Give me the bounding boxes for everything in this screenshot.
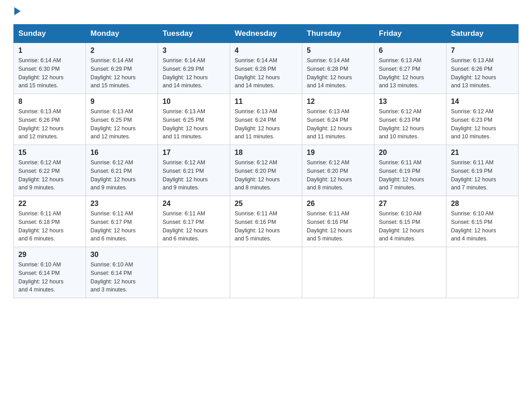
day-number: 28 — [451, 200, 514, 208]
day-info: Sunrise: 6:11 AMSunset: 6:16 PMDaylight:… — [307, 210, 369, 243]
day-info: Sunrise: 6:13 AMSunset: 6:24 PMDaylight:… — [307, 107, 369, 141]
day-info: Sunrise: 6:11 AMSunset: 6:19 PMDaylight:… — [451, 158, 514, 192]
day-info: Sunrise: 6:12 AMSunset: 6:22 PMDaylight:… — [18, 158, 81, 192]
calendar-cell: 24Sunrise: 6:11 AMSunset: 6:17 PMDayligh… — [158, 196, 230, 247]
day-info: Sunrise: 6:13 AMSunset: 6:26 PMDaylight:… — [451, 56, 514, 90]
day-number: 13 — [379, 98, 442, 106]
day-number: 23 — [90, 200, 153, 208]
day-number: 14 — [451, 98, 514, 106]
day-number: 30 — [90, 251, 153, 259]
day-number: 17 — [163, 149, 225, 157]
calendar-cell: 20Sunrise: 6:11 AMSunset: 6:19 PMDayligh… — [374, 145, 446, 196]
weekday-header-saturday: Saturday — [446, 25, 519, 43]
day-info: Sunrise: 6:14 AMSunset: 6:30 PMDaylight:… — [18, 56, 81, 90]
day-info: Sunrise: 6:12 AMSunset: 6:20 PMDaylight:… — [235, 158, 297, 192]
day-info: Sunrise: 6:13 AMSunset: 6:27 PMDaylight:… — [379, 56, 442, 90]
day-info: Sunrise: 6:11 AMSunset: 6:16 PMDaylight:… — [235, 210, 297, 243]
calendar-cell: 10Sunrise: 6:13 AMSunset: 6:25 PMDayligh… — [158, 94, 230, 145]
day-info: Sunrise: 6:14 AMSunset: 6:29 PMDaylight:… — [163, 56, 225, 90]
day-number: 27 — [379, 200, 442, 208]
day-number: 8 — [18, 98, 81, 106]
weekday-header-wednesday: Wednesday — [230, 25, 302, 43]
weekday-header-friday: Friday — [374, 25, 446, 43]
day-number: 29 — [18, 251, 81, 259]
day-number: 15 — [18, 149, 81, 157]
weekday-header-sunday: Sunday — [14, 25, 86, 43]
calendar-cell: 14Sunrise: 6:12 AMSunset: 6:23 PMDayligh… — [446, 94, 519, 145]
day-info: Sunrise: 6:11 AMSunset: 6:17 PMDaylight:… — [90, 210, 153, 243]
calendar-week-row: 15Sunrise: 6:12 AMSunset: 6:22 PMDayligh… — [14, 145, 519, 196]
day-info: Sunrise: 6:14 AMSunset: 6:28 PMDaylight:… — [235, 56, 297, 90]
logo — [13, 9, 21, 15]
day-number: 2 — [90, 47, 153, 55]
day-number: 5 — [307, 47, 369, 55]
logo-arrow-icon — [14, 7, 21, 15]
day-number: 20 — [379, 149, 442, 157]
day-number: 3 — [163, 47, 225, 55]
day-info: Sunrise: 6:12 AMSunset: 6:20 PMDaylight:… — [307, 158, 369, 192]
calendar-cell: 11Sunrise: 6:13 AMSunset: 6:24 PMDayligh… — [230, 94, 302, 145]
day-number: 10 — [163, 98, 225, 106]
calendar-week-row: 1Sunrise: 6:14 AMSunset: 6:30 PMDaylight… — [14, 43, 519, 94]
day-info: Sunrise: 6:13 AMSunset: 6:25 PMDaylight:… — [90, 107, 153, 141]
day-info: Sunrise: 6:11 AMSunset: 6:18 PMDaylight:… — [18, 210, 81, 243]
day-info: Sunrise: 6:10 AMSunset: 6:15 PMDaylight:… — [451, 210, 514, 243]
day-info: Sunrise: 6:11 AMSunset: 6:17 PMDaylight:… — [163, 210, 225, 243]
calendar-cell: 4Sunrise: 6:14 AMSunset: 6:28 PMDaylight… — [230, 43, 302, 94]
day-number: 6 — [379, 47, 442, 55]
calendar-cell: 28Sunrise: 6:10 AMSunset: 6:15 PMDayligh… — [446, 196, 519, 247]
day-info: Sunrise: 6:12 AMSunset: 6:21 PMDaylight:… — [90, 158, 153, 192]
day-info: Sunrise: 6:13 AMSunset: 6:24 PMDaylight:… — [235, 107, 297, 141]
calendar-cell: 2Sunrise: 6:14 AMSunset: 6:29 PMDaylight… — [86, 43, 158, 94]
calendar-week-row: 29Sunrise: 6:10 AMSunset: 6:14 PMDayligh… — [14, 247, 519, 298]
calendar-cell: 3Sunrise: 6:14 AMSunset: 6:29 PMDaylight… — [158, 43, 230, 94]
weekday-header-tuesday: Tuesday — [158, 25, 230, 43]
calendar-cell: 9Sunrise: 6:13 AMSunset: 6:25 PMDaylight… — [86, 94, 158, 145]
day-number: 25 — [235, 200, 297, 208]
day-info: Sunrise: 6:10 AMSunset: 6:14 PMDaylight:… — [18, 261, 81, 294]
calendar-cell: 16Sunrise: 6:12 AMSunset: 6:21 PMDayligh… — [86, 145, 158, 196]
day-info: Sunrise: 6:10 AMSunset: 6:15 PMDaylight:… — [379, 210, 442, 243]
day-number: 11 — [235, 98, 297, 106]
calendar-cell: 8Sunrise: 6:13 AMSunset: 6:26 PMDaylight… — [14, 94, 86, 145]
calendar-cell: 21Sunrise: 6:11 AMSunset: 6:19 PMDayligh… — [446, 145, 519, 196]
day-info: Sunrise: 6:13 AMSunset: 6:25 PMDaylight:… — [163, 107, 225, 141]
calendar-cell: 30Sunrise: 6:10 AMSunset: 6:14 PMDayligh… — [86, 247, 158, 298]
calendar-cell: 19Sunrise: 6:12 AMSunset: 6:20 PMDayligh… — [302, 145, 374, 196]
calendar-cell: 18Sunrise: 6:12 AMSunset: 6:20 PMDayligh… — [230, 145, 302, 196]
calendar-cell: 13Sunrise: 6:12 AMSunset: 6:23 PMDayligh… — [374, 94, 446, 145]
day-number: 22 — [18, 200, 81, 208]
calendar-table: SundayMondayTuesdayWednesdayThursdayFrid… — [13, 24, 519, 298]
calendar-cell: 15Sunrise: 6:12 AMSunset: 6:22 PMDayligh… — [14, 145, 86, 196]
calendar-cell — [302, 247, 374, 298]
calendar-cell: 29Sunrise: 6:10 AMSunset: 6:14 PMDayligh… — [14, 247, 86, 298]
calendar-cell: 27Sunrise: 6:10 AMSunset: 6:15 PMDayligh… — [374, 196, 446, 247]
day-info: Sunrise: 6:10 AMSunset: 6:14 PMDaylight:… — [90, 261, 153, 294]
day-info: Sunrise: 6:12 AMSunset: 6:23 PMDaylight:… — [451, 107, 514, 141]
day-info: Sunrise: 6:14 AMSunset: 6:28 PMDaylight:… — [307, 56, 369, 90]
calendar-cell: 12Sunrise: 6:13 AMSunset: 6:24 PMDayligh… — [302, 94, 374, 145]
calendar-cell: 1Sunrise: 6:14 AMSunset: 6:30 PMDaylight… — [14, 43, 86, 94]
day-number: 19 — [307, 149, 369, 157]
day-number: 4 — [235, 47, 297, 55]
calendar-header-row: SundayMondayTuesdayWednesdayThursdayFrid… — [14, 25, 519, 43]
day-number: 24 — [163, 200, 225, 208]
calendar-week-row: 8Sunrise: 6:13 AMSunset: 6:26 PMDaylight… — [14, 94, 519, 145]
calendar-cell: 6Sunrise: 6:13 AMSunset: 6:27 PMDaylight… — [374, 43, 446, 94]
day-number: 1 — [18, 47, 81, 55]
day-number: 26 — [307, 200, 369, 208]
day-number: 7 — [451, 47, 514, 55]
calendar-cell: 17Sunrise: 6:12 AMSunset: 6:21 PMDayligh… — [158, 145, 230, 196]
page-header — [13, 9, 519, 15]
calendar-cell — [374, 247, 446, 298]
day-info: Sunrise: 6:13 AMSunset: 6:26 PMDaylight:… — [18, 107, 81, 141]
calendar-week-row: 22Sunrise: 6:11 AMSunset: 6:18 PMDayligh… — [14, 196, 519, 247]
calendar-cell: 7Sunrise: 6:13 AMSunset: 6:26 PMDaylight… — [446, 43, 519, 94]
weekday-header-thursday: Thursday — [302, 25, 374, 43]
calendar-cell: 25Sunrise: 6:11 AMSunset: 6:16 PMDayligh… — [230, 196, 302, 247]
day-number: 9 — [90, 98, 153, 106]
day-number: 12 — [307, 98, 369, 106]
calendar-cell: 23Sunrise: 6:11 AMSunset: 6:17 PMDayligh… — [86, 196, 158, 247]
day-number: 21 — [451, 149, 514, 157]
day-info: Sunrise: 6:12 AMSunset: 6:21 PMDaylight:… — [163, 158, 225, 192]
